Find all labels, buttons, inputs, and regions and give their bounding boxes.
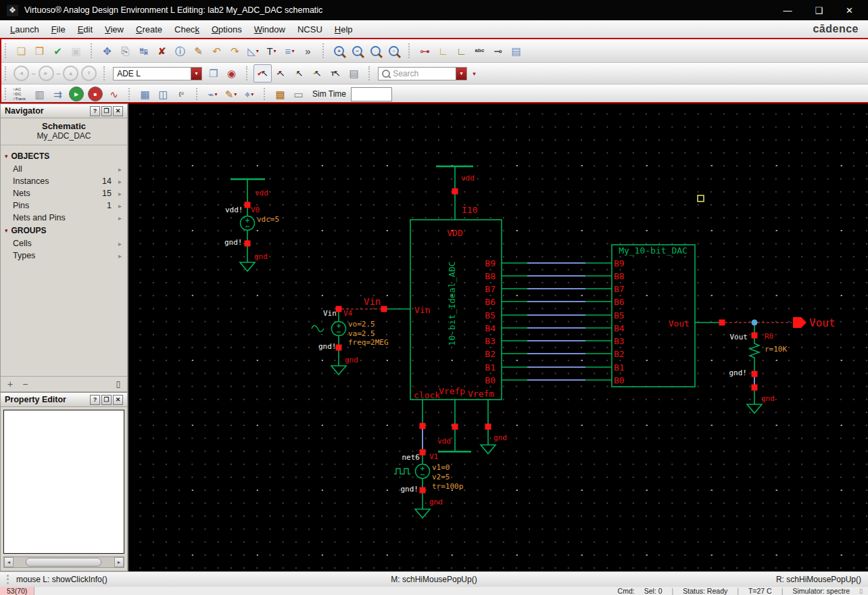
rotate-icon-dropdown[interactable]: ▾ [256, 48, 259, 54]
selection-options-icon[interactable]: ▤ [345, 64, 363, 82]
solder-dot[interactable] [752, 320, 758, 326]
checklist-icon[interactable]: ▩ [271, 85, 289, 103]
label-vout[interactable]: Vout [730, 333, 748, 341]
annotate-icon[interactable]: ✎▾ [222, 85, 240, 103]
section-objects[interactable]: ▾OBJECTS [1, 149, 127, 163]
selection-filter-icon[interactable]: ✔↖ [254, 64, 272, 82]
dac-pin-b4[interactable]: B4 [614, 323, 625, 333]
label-net6[interactable]: net6 [402, 453, 420, 462]
rotate-icon[interactable]: ◺▾ [244, 42, 262, 60]
dac-vout-pin-label[interactable]: Vout [669, 318, 690, 329]
label-v0[interactable]: V0 [251, 206, 260, 214]
text-display-icon[interactable]: T▾ [262, 42, 281, 60]
voltage-source-v1[interactable] [416, 465, 430, 479]
ground-symbol[interactable] [240, 262, 255, 271]
align-icon[interactable]: ≡▾ [281, 42, 299, 60]
label-i10[interactable]: I10 [462, 205, 477, 215]
label-gnd[interactable]: gnd [761, 394, 775, 403]
label-gnd[interactable]: gnd! [224, 238, 243, 247]
dac-pin-b9[interactable]: B9 [614, 258, 625, 268]
open-cellview-icon[interactable]: ❒ [30, 42, 49, 60]
create-label-icon[interactable]: abc [471, 42, 489, 60]
search-options-drop[interactable]: ▾ [473, 70, 476, 77]
create-instance-icon[interactable]: ⊶ [416, 42, 434, 60]
display-stop-icon[interactable]: ◉ [222, 64, 241, 82]
label-vdc5[interactable]: vdc=5 [257, 215, 279, 224]
label-vdd[interactable]: vdd [437, 437, 451, 446]
label-vdd[interactable]: vdd [461, 174, 475, 183]
close-button[interactable]: ✕ [846, 5, 853, 16]
label-gnd[interactable]: gnd [429, 498, 443, 506]
dac-pin-b8[interactable]: B8 [614, 271, 625, 281]
schematic-canvas[interactable]: 10-bit_Ideal_ADCMy_10-bit_DACVoutvddvdd!… [128, 103, 868, 571]
create-note-icon[interactable]: ▤ [507, 42, 525, 60]
adc-pin-b6[interactable]: B6 [485, 297, 496, 307]
label-vrefp[interactable]: Vrefp [439, 386, 465, 396]
expand-arrow-icon[interactable]: ▸ [118, 214, 122, 222]
workspace-combo-arrow[interactable]: ▾ [191, 68, 201, 80]
menu-ncsu[interactable]: NCSU [291, 22, 329, 37]
menu-window[interactable]: Window [248, 22, 291, 37]
adc-pin-b4[interactable]: B4 [485, 323, 496, 333]
zoom-in-icon[interactable]: + [330, 42, 348, 60]
zoom-area-icon[interactable]: ▫ [385, 42, 403, 60]
expand-arrow-icon[interactable]: ▸ [118, 166, 122, 173]
sidebar-item-instances[interactable]: Instances14▸ [1, 175, 127, 187]
sidebar-item-types[interactable]: Types▸ [1, 249, 127, 262]
annotate-icon-dropdown[interactable]: ▾ [234, 91, 237, 97]
minimize-button[interactable]: — [783, 5, 792, 16]
label-gnd[interactable]: gnd! [318, 342, 337, 351]
expand-arrow-icon[interactable]: ▸ [118, 240, 122, 247]
label-gnd[interactable]: gnd! [729, 368, 748, 377]
dac-pin-b3[interactable]: B3 [614, 336, 625, 346]
scroll-left-button[interactable]: ◄ [4, 557, 14, 567]
workspace-combo[interactable]: ADE L▾ [113, 67, 202, 80]
voltage-source-v0[interactable] [241, 216, 255, 231]
search-combo[interactable]: Search▾ [378, 67, 467, 80]
dac-pin-b6[interactable]: B6 [614, 297, 625, 307]
delete-icon[interactable]: ✘ [153, 42, 171, 60]
label-vdd[interactable]: vdd! [225, 206, 243, 214]
sidebar-item-nets-and-pins[interactable]: Nets and Pins▸ [1, 212, 127, 224]
adc-pin-b5[interactable]: B5 [485, 310, 496, 320]
ground-symbol[interactable] [415, 509, 430, 518]
expand-arrow-icon[interactable]: ▸ [118, 178, 122, 185]
navigator-help-button[interactable]: ? [90, 106, 100, 116]
select-label-icon[interactable]: •↖ [308, 64, 327, 82]
pin-square[interactable] [420, 450, 426, 456]
property-editor-header[interactable]: Property Editor ?❐✕ [1, 393, 127, 407]
ground-symbol[interactable] [481, 445, 496, 454]
menu-file[interactable]: File [45, 22, 72, 37]
output-log-icon[interactable]: {≡ [172, 85, 191, 103]
label-vrefm[interactable]: Vrefm [468, 389, 494, 399]
pin-square[interactable] [485, 424, 491, 430]
horizontal-scrollbar[interactable]: ◄ ► [3, 556, 124, 568]
dac-pin-b1[interactable]: B1 [614, 362, 625, 373]
properties-icon[interactable]: ⓘ [171, 42, 189, 60]
scroll-right-button[interactable]: ► [114, 557, 124, 567]
dac-pin-b0[interactable]: B0 [614, 375, 625, 385]
waveform-icon[interactable]: ∿ [105, 85, 123, 103]
menu-options[interactable]: Options [206, 22, 248, 37]
label-vdd[interactable]: vdd [255, 189, 268, 197]
variables-icon[interactable]: ▥ [30, 85, 49, 103]
select-text-icon[interactable]: T↖ [327, 64, 345, 82]
stretch-icon[interactable]: ↹ [135, 42, 153, 60]
adc-pin-b1[interactable]: B1 [485, 362, 496, 373]
analyses-icon[interactable]: ○AC○DC○Trans [12, 85, 30, 103]
pin-square[interactable] [452, 189, 458, 195]
navigator-float-button[interactable]: ❐ [101, 106, 112, 116]
property-editor-close-button[interactable]: ✕ [113, 395, 123, 405]
label-vo25[interactable]: vo=2.5 [348, 320, 375, 329]
messages-icon[interactable]: ▭ [289, 85, 308, 103]
adc-pin-b2[interactable]: B2 [485, 349, 496, 359]
label-vin[interactable]: Vin [323, 309, 337, 318]
undo-icon[interactable]: ↶ [208, 42, 226, 60]
pin-square[interactable] [245, 202, 251, 208]
navigator-close-button[interactable]: ✕ [113, 106, 123, 116]
move-icon[interactable]: ✥ [98, 42, 116, 60]
voltage-source-v4[interactable] [332, 322, 346, 336]
menu-edit[interactable]: Edit [72, 22, 99, 37]
property-editor-help-button[interactable]: ? [90, 395, 100, 405]
navigator-header[interactable]: Navigator ?❐✕ [1, 104, 127, 118]
